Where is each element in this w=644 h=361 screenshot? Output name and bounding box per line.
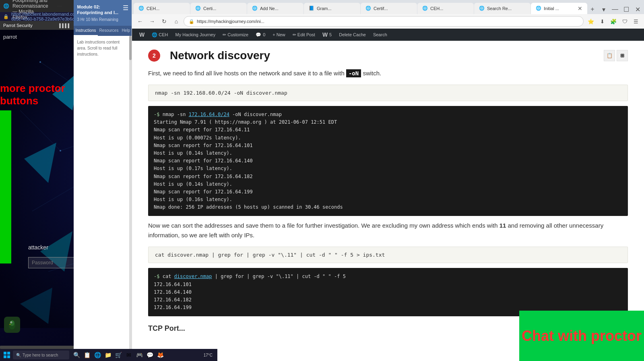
vm-scrollbar-thumb[interactable] [0,346,74,349]
vm-green-sidebar [0,110,11,263]
home-btn[interactable]: ⌂ [171,17,181,26]
chat-proctor-btn[interactable]: Chat with proctor [519,311,644,361]
terminal-line-1: Starting Nmap 7.91 ( https://nmap.org ) … [154,118,622,126]
browser-tab-ceh3[interactable]: 🌐 CEH... [417,3,474,14]
terminal-line-6: Nmap scan report for 172.16.64.140 [154,157,622,165]
wp-logo-item[interactable]: W [136,29,148,41]
vm-maximize-btn[interactable]: ☐ [68,2,74,10]
tab-resources[interactable]: Resources [98,26,120,36]
wp-logo-icon: W [139,31,144,38]
tab-favicon-initial: 🌐 [536,6,541,11]
vm-parrot-label: parrot [3,34,17,40]
vm-window-controls: — ☐ ✕ [52,2,74,10]
intro-text2: switch. [363,70,381,77]
terminal2-line-2: 172.16.64.140 [154,288,622,296]
forward-btn[interactable]: → [147,17,157,26]
vm-minimize-btn[interactable]: — [52,2,68,10]
section-expand-btn[interactable]: ⊞ [617,50,628,61]
vm-password-input[interactable] [28,257,74,268]
tab-minimize-btn[interactable]: — [610,4,620,14]
tab-restore-btn[interactable]: ☐ [621,4,631,14]
taskbar-search[interactable]: 🔍 Type here to search [13,351,69,359]
terminal-line-12: Nmap done: 256 IP addresses (5 hosts up)… [154,203,622,211]
lab-time-remaining: 3 Hr 10 Min Remaining [77,17,128,22]
wp-delete-cache-label: Delete Cache [339,32,366,37]
terminal-line-4: Nmap scan report for 172.16.64.101 [154,142,622,149]
browser-nav: ← → ↻ ⌂ 🔒 https://myhackingjourney.com/i… [132,14,644,29]
tab-list-btn[interactable]: ▾ [599,4,609,14]
tab-favicon-ceh1: 🌐 [138,6,144,11]
vm-screen[interactable]: parrot more proctor buttons attacker Exa… [0,30,74,349]
lab-scrollbar[interactable] [129,36,132,361]
tab-title-addnew: Add Ne... [260,6,299,11]
browser-tab-certif[interactable]: 🌐 Certif... [361,3,417,14]
svg-point-30 [10,320,14,326]
tab-close-btn[interactable]: ✕ [633,4,642,14]
wp-ceh-title: My Hacking Journey [175,32,216,37]
wp-ceh-label-item[interactable]: My Hacking Journey [172,29,219,41]
wp-comments-count: 0 [263,32,265,37]
wp-delete-cache-item[interactable]: Delete Cache [336,29,369,41]
browser-tab-ceh1[interactable]: 🌐 CEH... [134,3,190,14]
tab-title-ceh1: CEH... [147,6,185,11]
section-copy-btn[interactable]: 📋 [604,50,615,61]
terminal-line-5: Host is up (0.14s latency). [154,149,622,157]
tab-help[interactable]: Help [120,26,132,36]
taskbar-icons: 🔍 📋 🌐 📁 🛒 ✉ 🎮 💬 🦊 [72,350,74,360]
vm-username: attacker [28,244,48,251]
svg-rect-33 [4,352,6,355]
new-tab-btn[interactable]: + [588,4,597,14]
vm-browser-topbar: 🌐 Module 02: Footprinting and Reconnaiss… [0,0,74,12]
download-btn[interactable]: ⬇ [597,17,607,26]
terminal-line-8: Nmap scan report for 172.16.64.182 [154,173,622,180]
tab-favicon-ceh3: 🌐 [422,6,428,11]
terminal2-line-0: -$ cat discover.nmap | grep for | grep -… [154,273,622,280]
browser-tab-addnew[interactable]: 🌐 Add Ne... [247,3,303,14]
wp-new-item[interactable]: + New [269,29,289,41]
tab-favicon-ceh2: 🌐 [195,6,201,11]
vm-parrot-icon [4,317,20,333]
browser-tab-searchre[interactable]: 🌐 Search Re... [474,3,530,14]
browser-tab-initial[interactable]: 🌐 Initial ... ✕ [531,3,587,14]
tab-title-ceh3: CEH... [430,6,469,11]
wp-customize-item[interactable]: ✏ Customize [219,29,252,41]
wp-ceh-item[interactable]: 🌐 CEH [149,29,171,41]
start-button[interactable] [2,350,12,360]
terminal-line-3: Host is up (0.00072s latency). [154,134,622,142]
bookmark-btn[interactable]: ⭐ [586,17,596,26]
wp-search-item[interactable]: Search [370,29,390,41]
vm-address-bar: 🔒 https://labclient.labondemand.com/LabC… [0,12,74,21]
command-text-2: cat discover.nmap | grep for | grep -v "… [155,252,385,258]
extensions-btn[interactable]: 🧩 [609,17,618,26]
comments-icon: 💬 [256,32,261,37]
lab-menu-btn[interactable]: ☰ [123,4,128,12]
wp-edit-post-item[interactable]: ✏ Edit Post [289,29,318,41]
tab-instructions[interactable]: Instructions [74,26,97,36]
svg-rect-34 [7,352,10,355]
browser-tab-ceh2[interactable]: 🌐 Certi... [190,3,247,14]
browser-tabs-bar: 🌐 CEH... 🌐 Certi... 🌐 Add Ne... 📘 Gram..… [132,0,644,14]
tab-title-ceh2: Certi... [203,6,242,11]
wp-logo2-item[interactable]: W 5 [319,29,335,41]
windows-taskbar: 🔍 Type here to search 🔍 📋 🌐 📁 🛒 ✉ 🎮 💬 🦊 … [0,349,74,361]
browser-chrome: 🌐 CEH... 🌐 Certi... 🌐 Add Ne... 📘 Gram..… [132,0,644,41]
lab-instructions-text: Lab instructions content area. Scroll to… [77,39,128,57]
wp-new-label: + New [272,32,285,37]
section-title-text: Network discovery [170,49,270,62]
refresh-btn[interactable]: ↻ [159,17,169,26]
browser-tab-gram[interactable]: 📘 Gram... [304,3,360,14]
svg-rect-36 [7,355,10,358]
lab-scroll-area[interactable]: Lab instructions content area. Scroll to… [74,36,132,361]
menu-btn[interactable]: ☰ [631,17,641,26]
lab-scrollbar-thumb[interactable] [129,36,132,60]
vm-user-info: attacker [28,244,74,268]
back-btn[interactable]: ← [135,17,145,26]
address-bar[interactable]: 🔒 https://myhackingjourney.com/ini... [184,16,584,27]
wp-comments-item[interactable]: 💬 0 [252,29,268,41]
vm-scrollbar[interactable] [0,346,74,349]
terminal-block-1: -$ nmap -sn 172.16.64.0/24 -oN discover.… [148,106,628,216]
tab-close-initial[interactable]: ✕ [578,5,582,12]
search-icon: 🔍 [16,353,21,357]
svg-point-27 [60,150,61,151]
taskbar-cortana[interactable]: 🔍 [72,350,74,360]
